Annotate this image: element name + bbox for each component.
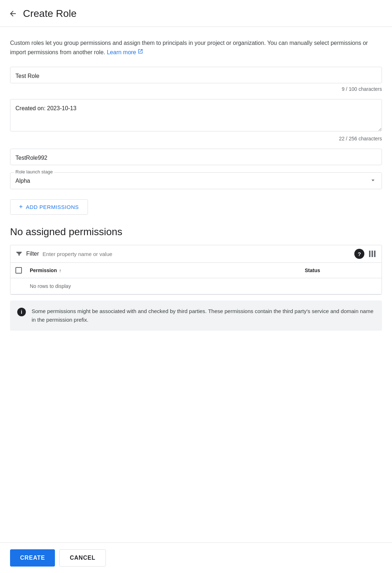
title-input[interactable] (10, 67, 382, 83)
create-button[interactable]: CREATE (10, 549, 55, 567)
permission-column-header[interactable]: Permission ↑ (30, 267, 305, 273)
page-header: Create Role (0, 0, 392, 27)
page-title: Create Role (23, 8, 76, 19)
plus-icon: + (19, 203, 23, 211)
description-text: Custom roles let you group permissions a… (10, 38, 382, 57)
learn-more-link[interactable]: Learn more (107, 48, 143, 57)
external-link-icon (137, 48, 143, 57)
description-textarea[interactable]: Created on: 2023-10-13 (10, 99, 382, 131)
filter-icon (15, 250, 23, 257)
filter-label: Filter (26, 251, 39, 257)
title-field (10, 67, 382, 83)
launch-stage-select-wrapper: Role launch stage Alpha Beta General Ava… (10, 172, 382, 189)
main-content: Custom roles let you group permissions a… (0, 27, 392, 385)
select-all-checkbox[interactable] (15, 267, 22, 274)
back-button[interactable] (6, 6, 20, 21)
table-header: Permission ↑ Status (10, 263, 382, 278)
id-input[interactable] (10, 149, 382, 165)
columns-icon[interactable] (368, 250, 377, 258)
id-field (10, 149, 382, 165)
no-rows-message: No rows to display (10, 278, 382, 294)
launch-stage-label: Role launch stage (14, 169, 54, 174)
status-column-header: Status (305, 267, 377, 273)
add-permissions-button[interactable]: + ADD PERMISSIONS (10, 199, 88, 215)
permissions-table: Permission ↑ Status No rows to display (10, 262, 382, 295)
launch-stage-select[interactable]: Alpha Beta General Availability Disabled (10, 173, 382, 189)
info-box: i Some permissions might be associated w… (10, 301, 382, 331)
cancel-button[interactable]: CANCEL (59, 549, 106, 567)
filter-bar: Filter ? (10, 245, 382, 262)
filter-input[interactable] (43, 251, 351, 257)
select-all-col (15, 267, 30, 274)
footer: CREATE CANCEL (0, 542, 392, 573)
back-arrow-icon (9, 9, 17, 18)
description-field: Created on: 2023-10-13 (10, 99, 382, 133)
sort-asc-icon: ↑ (59, 268, 61, 273)
description-counter: 22 / 256 characters (10, 136, 382, 141)
info-icon: i (17, 308, 26, 316)
title-counter: 9 / 100 characters (10, 86, 382, 92)
no-permissions-title: No assigned permissions (10, 226, 382, 238)
help-icon[interactable]: ? (354, 249, 364, 259)
info-text: Some permissions might be associated wit… (32, 307, 375, 324)
